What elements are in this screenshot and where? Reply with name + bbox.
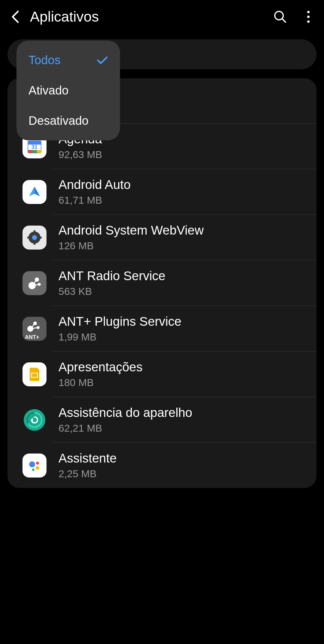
svg-rect-13 [34,242,35,245]
app-name-label: Assistência do aparelho [58,406,302,420]
app-item-assistant[interactable]: Assistente 2,25 MB [8,443,316,488]
app-name-label: Apresentações [58,360,302,374]
svg-rect-14 [27,237,30,238]
app-item-webview[interactable]: Android System WebView 126 MB [8,215,316,260]
app-item-slides[interactable]: Apresentações 180 MB [8,352,316,397]
svg-point-34 [36,466,39,470]
app-item-antplus[interactable]: ANT+ ANT+ Plugins Service 1,99 MB [8,306,316,351]
svg-point-32 [29,461,35,467]
header-actions [274,10,315,23]
svg-point-3 [307,20,310,23]
app-item-ant[interactable]: ANT Radio Service 563 KB [8,260,316,306]
svg-rect-7 [37,150,41,153]
antplus-icon: ANT+ [22,317,46,341]
app-info: ANT Radio Service 563 KB [58,269,302,297]
more-options-button[interactable] [302,10,315,23]
app-info: Assistência do aparelho 62,21 MB [58,406,302,434]
app-info: Assistente 2,25 MB [58,451,302,480]
app-info: Android Auto 61,71 MB [58,178,302,206]
slides-icon [22,362,46,386]
app-item-androidauto[interactable]: Android Auto 61,71 MB [8,169,316,214]
svg-text:31: 31 [32,144,38,150]
ant-icon [22,271,46,295]
app-info: Android System WebView 126 MB [58,223,302,252]
app-size-label: 2,25 MB [58,468,302,480]
dropdown-label: Ativado [28,84,68,97]
page-title: Aplicativos [30,8,265,25]
app-info: ANT+ Plugins Service 1,99 MB [58,314,302,343]
app-name-label: ANT Radio Service [58,269,302,283]
dropdown-label: Todos [28,53,61,67]
svg-point-1 [307,11,310,13]
dropdown-item-desativado[interactable]: Desativado [16,106,120,136]
search-button[interactable] [274,10,287,23]
app-size-label: 62,21 MB [58,422,302,434]
svg-point-33 [36,462,39,465]
assistant-icon [22,454,46,478]
androidauto-icon [22,180,46,204]
checkmark-icon [96,54,108,66]
svg-point-11 [32,235,37,240]
app-header: Aplicativos [0,0,324,33]
svg-rect-15 [39,237,42,238]
gear-icon [22,226,46,250]
dropdown-item-ativado[interactable]: Ativado [16,75,120,106]
svg-rect-8 [32,150,37,153]
svg-point-35 [32,469,34,471]
back-button[interactable] [9,11,21,23]
filter-dropdown: Todos Ativado Desativado [16,40,120,140]
svg-rect-12 [34,230,35,233]
app-name-label: ANT+ Plugins Service [58,314,302,329]
app-size-label: 563 KB [58,286,302,297]
dropdown-item-todos[interactable]: Todos [16,45,120,75]
app-size-label: 92,63 MB [58,149,302,160]
app-item-assistance[interactable]: Assistência do aparelho 62,21 MB [8,397,316,442]
assistance-icon [22,408,46,432]
app-info: Apresentações 180 MB [58,360,302,388]
dropdown-label: Desativado [28,114,88,127]
app-size-label: 180 MB [58,377,302,388]
app-name-label: Android System WebView [58,223,302,238]
app-size-label: 1,99 MB [58,331,302,343]
app-size-label: 61,71 MB [58,194,302,206]
app-name-label: Assistente [58,451,302,466]
app-size-label: 126 MB [58,240,302,252]
svg-point-2 [307,16,310,18]
svg-rect-6 [28,150,32,153]
app-name-label: Android Auto [58,178,302,192]
svg-text:ANT+: ANT+ [25,334,39,340]
